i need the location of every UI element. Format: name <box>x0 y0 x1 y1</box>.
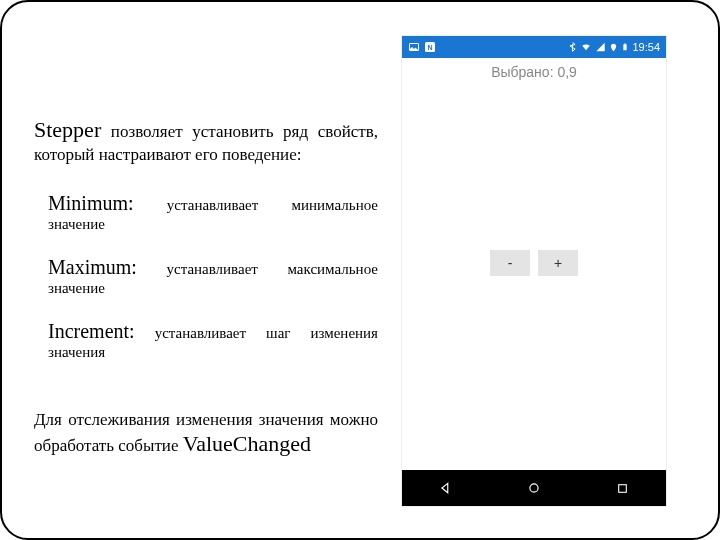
signal-icon <box>595 42 606 52</box>
property-item: Maximum: устанавливает максимальное знач… <box>48 255 378 297</box>
back-icon[interactable] <box>439 481 453 495</box>
stepper-control: - + <box>490 250 578 276</box>
property-name: Minimum: <box>48 192 134 214</box>
location-icon <box>609 42 618 53</box>
selected-value-label: Выбрано: 0,9 <box>491 64 577 80</box>
clock-time: 19:54 <box>632 41 660 53</box>
svg-text:N: N <box>427 44 432 51</box>
stepper-plus-button[interactable]: + <box>538 250 578 276</box>
intro-paragraph: Stepper позволяет установить ряд свойств… <box>34 116 378 165</box>
android-nav-bar <box>402 470 666 506</box>
property-item: Minimum: устанавливает минимальное значе… <box>48 191 378 233</box>
image-icon <box>408 41 420 53</box>
property-list: Minimum: устанавливает минимальное значе… <box>34 191 378 383</box>
statusbar-left: N <box>408 41 436 53</box>
wifi-icon <box>580 42 592 52</box>
outro-paragraph: Для отслеживания изменения значения можн… <box>34 409 378 458</box>
left-text-column: Stepper позволяет установить ряд свойств… <box>34 26 386 514</box>
phone-mockup: N 19:54 <box>402 36 666 506</box>
intro-lead: Stepper <box>34 117 101 142</box>
statusbar-right: 19:54 <box>568 41 660 53</box>
outro-b: ValueChanged <box>183 431 311 456</box>
slide-card: Stepper позволяет установить ряд свойств… <box>0 0 720 540</box>
app-body: Выбрано: 0,9 - + <box>402 58 666 470</box>
svg-rect-3 <box>624 44 627 50</box>
svg-rect-4 <box>625 43 626 44</box>
home-icon[interactable] <box>527 481 541 495</box>
svg-rect-6 <box>618 484 626 492</box>
svg-point-5 <box>530 484 538 492</box>
property-name: Maximum: <box>48 256 137 278</box>
property-item: Increment: устанавливает шаг изменения з… <box>48 319 378 361</box>
property-name: Increment: <box>48 320 135 342</box>
battery-icon <box>621 41 629 53</box>
n-badge-icon: N <box>424 41 436 53</box>
recents-icon[interactable] <box>615 481 629 495</box>
android-status-bar: N 19:54 <box>402 36 666 58</box>
stepper-minus-button[interactable]: - <box>490 250 530 276</box>
bluetooth-icon <box>568 42 577 53</box>
